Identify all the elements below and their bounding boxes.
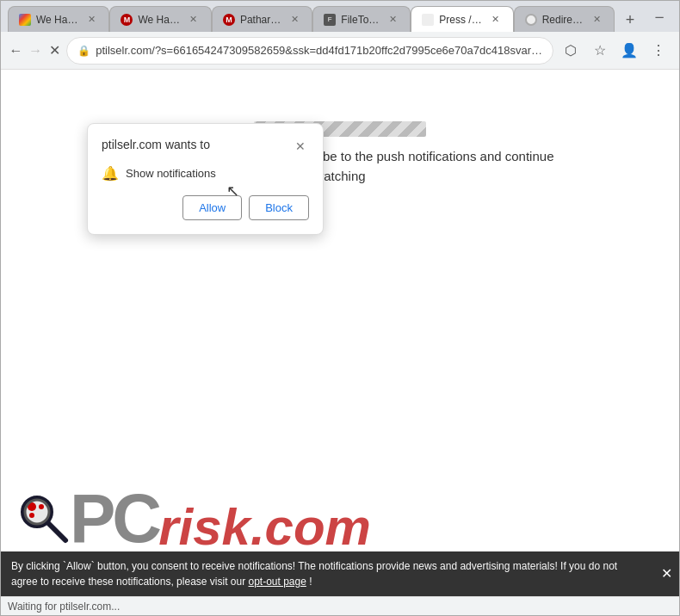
cast-button[interactable]: ⬡ [557, 37, 584, 65]
maximize-button[interactable]: □ [673, 6, 680, 27]
bottom-bar-text: By clicking `Allow` button, you consent … [11, 560, 617, 588]
bottom-bar-text-end: ! [309, 576, 312, 588]
page-content: ptilselr.com wants to ✕ 🔔 Show notificat… [1, 70, 679, 596]
bottom-notification-bar: By clicking `Allow` button, you consent … [1, 551, 679, 596]
address-bar[interactable]: 🔒 ptilselr.com/?s=661654247309582659&ssk… [66, 37, 553, 65]
tab-favicon-1 [19, 14, 31, 26]
popup-title: ptilselr.com wants to [102, 138, 210, 151]
popup-header: ptilselr.com wants to ✕ [102, 138, 309, 155]
tab-favicon-2: M [121, 14, 133, 26]
menu-button[interactable]: ⋮ [645, 37, 672, 65]
tab-6[interactable]: Redire… ✕ [514, 6, 615, 32]
tab-2[interactable]: M We Ha… ✕ [109, 6, 211, 32]
tab-favicon-5 [422, 14, 434, 26]
tab-5[interactable]: Press /… ✕ [411, 6, 513, 32]
forward-button[interactable]: → [28, 37, 44, 65]
new-tab-button[interactable]: + [618, 8, 642, 32]
tab-title-4: FileTo… [341, 14, 379, 26]
pcrisk-logo: PC risk .com [18, 484, 371, 553]
tab-close-1[interactable]: ✕ [84, 13, 98, 27]
tab-favicon-6 [525, 14, 537, 26]
notification-popup: ptilselr.com wants to ✕ 🔔 Show notificat… [87, 123, 324, 235]
bottom-bar-close-button[interactable]: ✕ [661, 564, 672, 584]
lock-icon: 🔒 [77, 45, 90, 57]
browser-window: We Ha… ✕ M We Ha… ✕ M Pathar… ✕ F FileTo… [0, 0, 680, 616]
tab-title-6: Redire… [542, 14, 583, 26]
notification-label: Show notifications [126, 167, 216, 180]
nav-actions: ⬡ ☆ 👤 ⋮ [557, 37, 672, 65]
bell-icon: 🔔 [102, 165, 119, 182]
user-button[interactable]: 👤 [615, 37, 643, 65]
tab-favicon-4: F [324, 14, 336, 26]
nav-bar: ← → ✕ 🔒 ptilselr.com/?s=6616542473095826… [1, 32, 679, 70]
tab-favicon-3: M [223, 14, 235, 26]
popup-buttons: Allow Block [102, 195, 309, 220]
tab-close-4[interactable]: ✕ [386, 13, 399, 27]
window-controls: ─ □ ✕ [649, 6, 680, 27]
status-bar: Waiting for ptilselr.com... [1, 596, 679, 615]
tab-close-5[interactable]: ✕ [489, 13, 503, 27]
block-button[interactable]: Block [249, 195, 309, 220]
tab-title-2: We Ha… [138, 14, 179, 26]
pcrisk-com-text: .com [250, 502, 371, 553]
address-text: ptilselr.com/?s=661654247309582659&ssk=d… [96, 44, 542, 57]
popup-notification-row: 🔔 Show notifications [102, 165, 309, 182]
reload-button[interactable]: ✕ [47, 37, 64, 65]
status-text: Waiting for ptilselr.com... [8, 601, 120, 613]
minimize-button[interactable]: ─ [649, 6, 670, 27]
tabs-container: We Ha… ✕ M We Ha… ✕ M Pathar… ✕ F FileTo… [8, 1, 642, 32]
tab-close-2[interactable]: ✕ [187, 13, 201, 27]
svg-point-4 [29, 513, 34, 518]
back-button[interactable]: ← [8, 37, 24, 65]
tab-4[interactable]: F FileTo… ✕ [312, 6, 411, 32]
pcrisk-risk-text: risk [158, 502, 250, 553]
opt-out-link[interactable]: opt-out page [248, 576, 306, 588]
tab-title-5: Press /… [439, 14, 481, 26]
svg-point-3 [39, 504, 44, 509]
pcrisk-pc-text: PC [70, 484, 158, 553]
popup-close-button[interactable]: ✕ [292, 138, 309, 155]
tab-3[interactable]: M Pathar… ✕ [212, 6, 312, 32]
title-bar: We Ha… ✕ M We Ha… ✕ M Pathar… ✕ F FileTo… [1, 1, 679, 32]
tab-close-6[interactable]: ✕ [590, 13, 603, 27]
tab-title-3: Pathar… [240, 14, 281, 26]
pcrisk-magnifier-icon [18, 493, 70, 545]
svg-line-5 [48, 523, 65, 540]
tab-close-3[interactable]: ✕ [287, 13, 301, 27]
tab-1[interactable]: We Ha… ✕ [8, 6, 109, 32]
allow-button[interactable]: Allow [182, 195, 242, 220]
bookmark-button[interactable]: ☆ [586, 37, 614, 65]
tab-title-1: We Ha… [36, 14, 77, 26]
